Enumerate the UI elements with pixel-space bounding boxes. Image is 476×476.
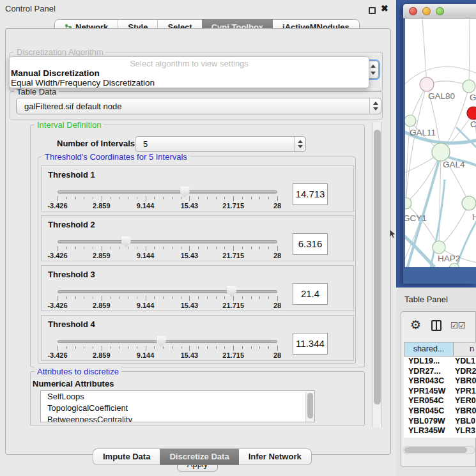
table-row[interactable]: YBR043CYBR0 [404,376,476,387]
threshold-3-slider[interactable]: -3.4262.8599.14415.4321.71528 [58,286,277,311]
cell-shared-name[interactable]: YBR045C [404,406,454,417]
network-canvas[interactable]: GAL80GCGAL11GAL4GCY1HHAP2 [405,19,476,267]
cell-name[interactable]: YBL0 [454,417,476,427]
network-node[interactable] [432,143,450,161]
table-row[interactable]: YBR045CYBR0 [404,406,476,417]
tick [84,346,84,349]
tick [163,197,164,199]
table-row[interactable]: YPR145WYPR1 [404,387,476,397]
cell-shared-name[interactable]: YBR043C [404,376,454,387]
cell-shared-name[interactable]: YER054C [404,396,454,406]
column-layout-icon[interactable] [431,320,441,331]
list-scrollbar[interactable] [305,392,314,422]
float-window-icon[interactable] [369,7,376,14]
tick [198,346,199,349]
cell-shared-name[interactable]: YBL079W [404,417,454,427]
window-minimize-icon[interactable] [422,7,431,15]
table-panel-card: ⚙ ☑☑ shared... n YDL19...YDL1YDR27...YDR… [401,311,476,467]
tab-discretize-data[interactable]: Discretize Data [160,449,238,465]
cell-name[interactable]: YDR2 [454,367,476,377]
attribute-item[interactable]: TopologicalCoefficient [41,403,314,414]
tick [233,196,234,201]
scrollbar-thumb[interactable] [307,393,313,418]
panel-scrollbar[interactable] [372,122,382,427]
network-window-titlebar[interactable] [403,4,476,19]
mouse-cursor [389,229,396,239]
cell-name[interactable]: YBR0 [454,406,476,417]
slider-track[interactable] [58,240,277,243]
tick [277,296,278,301]
threshold-value-field[interactable]: 6.316 [293,233,328,255]
threshold-value-field[interactable]: 21.4 [293,283,328,305]
network-node[interactable] [467,107,476,119]
tick [207,296,208,299]
slider-track[interactable] [58,290,277,293]
network-node[interactable] [420,77,434,91]
tab-impute-data[interactable]: Impute Data [93,449,160,465]
scale-label: 28 [273,302,281,309]
tick [154,346,155,349]
cell-shared-name[interactable]: YIL052C [404,436,454,438]
cell-shared-name[interactable]: YPR145W [404,387,454,397]
cell-shared-name[interactable]: YDR27... [404,367,454,377]
network-node[interactable] [405,115,416,127]
combo-stepper-icon[interactable] [369,98,381,114]
tick [75,247,76,249]
scale-label: 21.715 [222,302,244,309]
slider-track[interactable] [58,340,277,343]
select-columns-icon[interactable]: ☑☑ [450,321,465,330]
cell-name[interactable]: YDL1 [454,357,476,367]
window-zoom-icon[interactable] [436,7,444,15]
threshold-value-field[interactable]: 11.344 [293,333,328,355]
cell-shared-name[interactable]: YDL19... [404,357,454,367]
table-row[interactable]: YIL052CYIL0 [404,436,476,438]
tick [216,296,217,299]
network-node[interactable] [433,241,445,254]
dropdown-option-equal-width[interactable]: Equal Width/Frequency Discretization [11,78,155,88]
scrollbar-thumb[interactable] [374,130,381,404]
cell-name[interactable]: YLR3 [454,426,476,436]
tick [84,247,84,249]
attribute-item[interactable]: SelfLoops [41,391,314,403]
dropdown-option-manual[interactable]: Manual Discretization [11,68,100,78]
table-data-combo[interactable]: galFiltered.sif default node [16,98,381,114]
numerical-attributes-list[interactable]: SelfLoopsTopologicalCoefficientBetweenne… [40,390,315,422]
table-row[interactable]: YBL079WYBL0 [404,417,476,427]
cell-shared-name[interactable]: YLR345W [404,426,454,436]
number-of-intervals-label: Number of Intervals [57,139,135,148]
window-close-icon[interactable] [409,7,417,15]
node-label: GAL80 [428,91,455,101]
close-icon[interactable]: ✖ [381,3,388,13]
number-of-intervals-combo[interactable]: 5 [135,136,306,152]
cell-name[interactable]: YPR1 [454,387,476,397]
attribute-item[interactable]: BetweennessCentrality [41,414,314,422]
cell-name[interactable]: YIL0 [454,436,476,438]
gear-icon[interactable]: ⚙ [410,318,421,332]
tick [198,296,199,299]
threshold-2-slider[interactable]: -3.4262.8599.14415.4321.71528 [58,236,277,261]
cell-name[interactable]: YER0 [454,396,476,406]
tick [93,296,93,299]
threshold-4-slider[interactable]: -3.4262.8599.14415.4321.71528 [58,336,277,360]
cell-name[interactable]: YBR0 [454,376,476,387]
table-row[interactable]: YER054CYER0 [404,396,476,406]
scrollbar-thumb[interactable] [404,447,467,453]
combo-stepper-icon[interactable] [294,137,305,151]
threshold-2-panel: Threshold 2 -3.4262.8599.14415.4321.7152… [41,215,354,261]
network-node[interactable] [462,196,476,210]
table-row[interactable]: YLR345WYLR3 [404,426,476,436]
threshold-1-slider[interactable]: -3.4262.8599.14415.4321.71528 [58,187,277,211]
table-row[interactable]: YDR27...YDR2 [404,367,476,377]
network-node[interactable] [405,197,411,209]
tick [75,346,76,349]
tab-infer-network[interactable]: Infer Network [239,449,312,465]
table-horizontal-scrollbar[interactable] [403,446,475,454]
network-node[interactable] [463,80,475,93]
slider-track[interactable] [58,190,277,194]
threshold-value-field[interactable]: 14.713 [293,183,328,205]
tick [128,296,128,299]
column-header-name[interactable]: n [454,342,476,356]
table-row[interactable]: YDL19...YDL1 [404,357,476,367]
column-header-shared-name[interactable]: shared... [404,342,454,356]
slider-ticks [58,296,277,302]
